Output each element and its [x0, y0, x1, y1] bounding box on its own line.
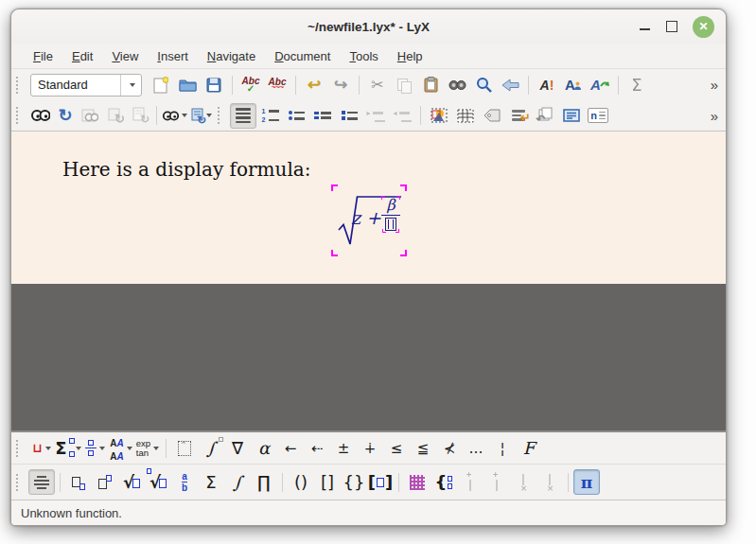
insert-index-entry-button[interactable] — [558, 103, 585, 129]
arrow-left-button[interactable]: ← — [277, 435, 304, 461]
nth-root-button[interactable]: √ — [145, 469, 171, 495]
update-button[interactable]: ↻ — [53, 103, 78, 129]
broken-bar-button[interactable]: ¦ — [489, 435, 516, 461]
layout-description-button[interactable] — [309, 103, 336, 129]
insert-math-button[interactable]: Σ — [624, 72, 650, 97]
add-column-button[interactable]: + — [483, 469, 510, 495]
menu-document[interactable]: Document — [266, 46, 339, 66]
dot-plus-button[interactable]: ∔ — [357, 435, 383, 461]
insert-cases-button[interactable]: { — [431, 469, 457, 495]
big-integral-button[interactable]: ∫ — [224, 469, 251, 495]
math-display-toggle-button[interactable] — [28, 469, 55, 495]
insert-matrix-button[interactable] — [404, 469, 431, 495]
math-operators-menu-button[interactable]: Σ — [55, 435, 81, 461]
save-document-button[interactable] — [201, 72, 227, 97]
math-fractions-menu-button[interactable] — [81, 435, 108, 461]
title-bar[interactable]: ~/newfile1.lyx* - LyX ✕ — [11, 9, 726, 44]
update-master-icon: ↻ — [108, 108, 121, 124]
delete-column-button[interactable]: ✕ — [536, 469, 563, 495]
braces-button[interactable]: {} — [341, 469, 367, 495]
insert-graphics-button[interactable] — [426, 103, 452, 129]
menu-navigate[interactable]: Navigate — [199, 46, 264, 66]
layout-enumerate-button[interactable]: 1 2 — [256, 103, 283, 129]
view-master-button[interactable] — [78, 103, 102, 129]
add-row-button[interactable]: + — [457, 469, 483, 495]
fraction-numerator[interactable]: β — [383, 197, 397, 214]
not-precedes-button[interactable]: ⊀ — [436, 435, 463, 461]
paragraph-text[interactable]: Here is a display formula: — [62, 158, 310, 181]
menu-edit[interactable]: Edit — [63, 46, 101, 66]
layout-itemize-button[interactable] — [283, 103, 309, 129]
math-functions-menu-button[interactable]: exp tan — [134, 435, 161, 461]
fraction-button[interactable]: ab — [171, 469, 198, 495]
math-spacing-button[interactable] — [171, 435, 198, 461]
layout-labeling-button[interactable] — [336, 103, 362, 129]
delete-row-button[interactable]: ✕ — [510, 469, 536, 495]
leqq-button[interactable]: ≦ — [410, 435, 436, 461]
square-root-button[interactable]: √ — [118, 469, 145, 495]
superscript-button[interactable] — [92, 469, 118, 495]
italic-f-button[interactable]: F — [516, 435, 542, 461]
parentheses-button[interactable]: () — [288, 469, 314, 495]
redo-button[interactable]: ↪ — [327, 72, 354, 97]
sum-button[interactable]: Σ — [198, 469, 224, 495]
subscript-button[interactable] — [65, 469, 92, 495]
view-other-formats-button[interactable] — [162, 103, 188, 129]
insert-nomenclature-button[interactable]: n — [585, 103, 611, 129]
toggle-emphasis-button[interactable]: A! — [534, 72, 560, 97]
document-canvas[interactable]: Here is a display formula: z + β — [11, 131, 726, 284]
check-spelling-button[interactable]: Abc ✓ — [237, 72, 264, 97]
alpha-button[interactable]: α — [251, 435, 277, 461]
menu-insert[interactable]: Insert — [149, 46, 197, 66]
copy-button[interactable] — [391, 72, 417, 97]
toolbar-overflow-button[interactable]: » — [711, 108, 720, 124]
plus-minus-button[interactable]: ± — [330, 435, 357, 461]
math-fonts-menu-button[interactable]: AA AA — [108, 435, 134, 461]
insert-table-button[interactable] — [452, 103, 479, 129]
nabla-button[interactable]: ∇ — [224, 435, 251, 461]
menu-file[interactable]: File — [25, 46, 62, 66]
menu-help[interactable]: Help — [389, 46, 431, 66]
update-other-formats-button[interactable]: ↻ — [188, 103, 215, 129]
layout-standard-button[interactable] — [230, 103, 256, 129]
delimiters-button[interactable]: [] — [367, 469, 394, 495]
minimize-button[interactable] — [639, 21, 651, 33]
menu-view[interactable]: View — [103, 46, 147, 66]
toggle-math-panel-button[interactable]: π — [573, 469, 600, 495]
navigate-back-button[interactable] — [497, 72, 523, 97]
open-document-button[interactable] — [174, 72, 201, 97]
insert-citation-button[interactable]: ↶ — [532, 103, 558, 129]
paste-button[interactable] — [417, 72, 444, 97]
insert-label-button[interactable] — [479, 103, 505, 129]
apply-last-style-button[interactable]: A — [587, 72, 613, 97]
close-button[interactable]: ✕ — [693, 16, 714, 38]
forward-search-button[interactable]: ↻ — [127, 103, 151, 129]
cut-button[interactable]: ✂ — [364, 72, 391, 97]
advanced-search-button[interactable] — [470, 72, 497, 97]
depth-decrement-button[interactable]: ◂ — [389, 103, 415, 129]
paragraph-style-combo[interactable]: Standard — [30, 74, 142, 97]
arrow-dashed-button[interactable]: ⇠ — [304, 435, 330, 461]
math-decorations-menu-button[interactable]: ⊔ — [28, 435, 55, 461]
undo-button[interactable]: ↩ — [301, 72, 327, 97]
brackets-button[interactable]: [] — [314, 469, 341, 495]
depth-increment-button[interactable]: ▸ — [362, 103, 389, 129]
insert-cross-reference-button[interactable]: ↵ — [505, 103, 532, 129]
toolbar-overflow-button[interactable]: » — [711, 77, 720, 93]
formula-fraction[interactable]: β — [379, 197, 402, 231]
maximize-button[interactable] — [666, 21, 677, 32]
view-button[interactable] — [28, 103, 53, 129]
ellipsis-button[interactable]: … — [463, 435, 489, 461]
leq-button[interactable]: ≤ — [383, 435, 410, 461]
update-master-button[interactable]: ↻ — [102, 103, 127, 129]
integral-button[interactable]: ∫ — [198, 435, 224, 461]
math-inset[interactable]: z + β — [331, 184, 407, 256]
product-button[interactable]: ∏ — [251, 469, 277, 495]
menu-tools[interactable]: Tools — [341, 46, 386, 66]
toggle-noun-button[interactable]: A — [560, 72, 587, 97]
new-document-button[interactable] — [148, 72, 174, 97]
spellcheck-continuously-button[interactable]: Abc ~~~ — [264, 72, 290, 97]
find-button[interactable] — [444, 72, 470, 97]
combo-dropdown-icon[interactable] — [120, 75, 141, 96]
fraction-denominator-placeholder[interactable] — [385, 218, 396, 231]
